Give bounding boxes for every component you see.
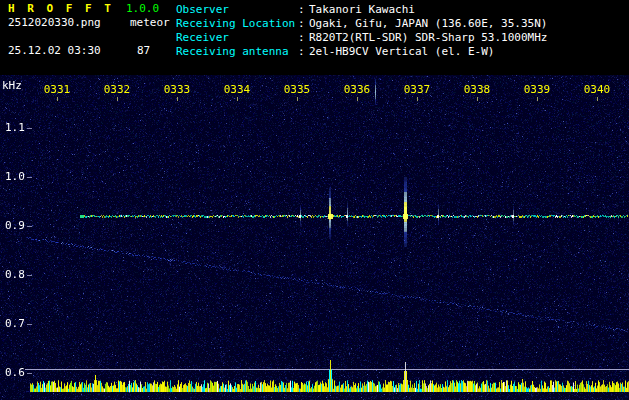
time-tick-label: 0335 [284, 84, 311, 95]
time-tick-label: 0336 [344, 84, 371, 95]
info-value: 2el-HB9CV Vertical (el. E-W) [309, 45, 494, 59]
time-tick-label: 0334 [224, 84, 251, 95]
freq-tick-label: 1.1 [5, 122, 25, 133]
freq-tick-label: 1.0 [5, 171, 25, 182]
time-tick-label: 0331 [44, 84, 71, 95]
time-tick-label: 0338 [464, 84, 491, 95]
info-label: Receiving Location [176, 17, 298, 31]
hrofft-window: H R O F F T 1.0.0 2512020330.png meteor … [0, 0, 629, 400]
info-value: Ogaki, Gifu, JAPAN (136.60E, 35.35N) [309, 17, 547, 31]
station-info-row: Receiving Location:Ogaki, Gifu, JAPAN (1… [176, 17, 547, 31]
freq-tick-label: 0.8 [5, 269, 25, 280]
time-tick-label: 0332 [104, 84, 131, 95]
filename: 2512020330.png [8, 17, 101, 29]
freq-tick-label: 0.9 [5, 220, 25, 231]
station-info-row: Receiving antenna:2el-HB9CV Vertical (el… [176, 45, 547, 59]
app-title: H R O F F T [8, 3, 114, 15]
info-value: R820T2(RTL-SDR) SDR-Sharp 53.1000MHz [309, 31, 547, 45]
echo-count: 87 [137, 45, 150, 57]
info-label: Observer [176, 3, 298, 17]
info-separator: : [298, 3, 309, 17]
app-version: 1.0.0 [126, 3, 159, 15]
time-tick-label: 0340 [584, 84, 611, 95]
datetime: 25.12.02 03:30 [8, 45, 101, 57]
info-label: Receiving antenna [176, 45, 298, 59]
info-separator: : [298, 17, 309, 31]
spectrogram-canvas [0, 75, 629, 400]
info-separator: : [298, 45, 309, 59]
station-info: Observer:Takanori KawachiReceiving Locat… [176, 3, 547, 59]
time-tick-label: 0337 [404, 84, 431, 95]
freq-axis-unit: kHz [2, 80, 22, 91]
spectrogram: kHz 1.11.00.90.80.70.6 03310332033303340… [0, 75, 629, 400]
freq-tick-label: 0.7 [5, 318, 25, 329]
time-tick-label: 0333 [164, 84, 191, 95]
time-tick-label: 0339 [524, 84, 551, 95]
info-label: Receiver [176, 31, 298, 45]
station-info-row: Receiver:R820T2(RTL-SDR) SDR-Sharp 53.10… [176, 31, 547, 45]
freq-tick-label: 0.6 [5, 367, 25, 378]
station-info-row: Observer:Takanori Kawachi [176, 3, 547, 17]
info-value: Takanori Kawachi [309, 3, 415, 17]
info-separator: : [298, 31, 309, 45]
mode-label: meteor [130, 17, 170, 29]
